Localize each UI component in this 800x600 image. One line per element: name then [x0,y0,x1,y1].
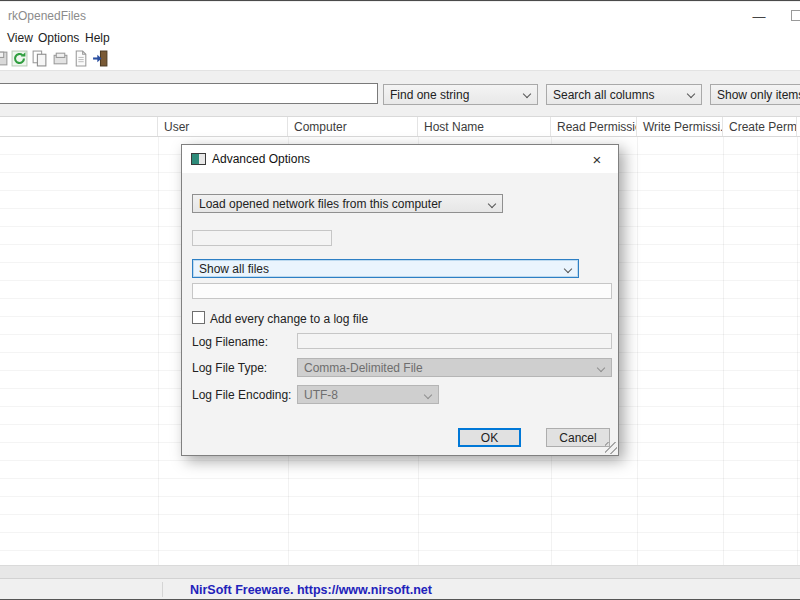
column-divider [637,137,638,565]
column-divider [797,137,798,565]
ok-button[interactable]: OK [458,428,521,447]
computer-name-field[interactable] [192,230,332,246]
copy-icon[interactable] [31,50,48,67]
toolbar [0,47,800,71]
resize-grip[interactable] [605,442,617,454]
menubar: View Options Help [0,29,800,47]
column-header-filename[interactable] [0,117,158,136]
close-icon[interactable]: × [584,148,610,170]
exit-icon[interactable] [92,50,109,67]
show-filter-value: Show all files [199,262,269,276]
log-file-type-label: Log File Type: [192,361,267,375]
chevron-down-icon [488,200,496,208]
minimize-button[interactable]: — [742,4,776,28]
horizontal-scrollbar[interactable] [0,565,800,578]
column-header-hostname[interactable]: Host Name [418,117,551,136]
advanced-options-dialog: Advanced Options × Load opened network f… [181,144,619,456]
dialog-app-icon [191,153,206,165]
save-icon[interactable] [0,50,9,67]
find-mode-combobox[interactable]: Find one string [383,84,538,105]
menu-view[interactable]: View [3,30,37,46]
show-mode-value: Show only items matc [717,88,800,102]
log-filename-label: Log Filename: [192,335,268,349]
log-checkbox[interactable] [192,311,205,324]
load-mode-combobox[interactable]: Load opened network files from this comp… [192,194,503,213]
find-mode-value: Find one string [390,88,469,102]
log-checkbox-label[interactable]: Add every change to a log file [210,312,368,326]
log-encoding-combobox: UTF-8 [297,385,439,404]
report-icon[interactable] [72,50,89,67]
chevron-down-icon [424,391,432,399]
log-encoding-value: UTF-8 [304,388,338,402]
status-bar: NirSoft Freeware. https://www.nirsoft.ne… [0,578,800,600]
maximize-button[interactable] [791,10,800,21]
list-header: User Computer Host Name Read Permission … [0,116,800,137]
column-header-create-permission[interactable]: Create Permiss... [723,117,797,136]
cancel-button[interactable]: Cancel [546,428,610,447]
show-mode-combobox[interactable]: Show only items matc [710,84,800,105]
chevron-down-icon [564,265,572,273]
menu-options[interactable]: Options [34,30,83,46]
chevron-down-icon [687,90,695,98]
column-divider [158,137,159,565]
nirsoft-link[interactable]: NirSoft Freeware. https://www.nirsoft.ne… [190,583,432,597]
log-file-type-value: Comma-Delimited File [304,361,423,375]
log-filename-field[interactable] [297,333,612,349]
dialog-title: Advanced Options [212,152,310,166]
search-scope-combobox[interactable]: Search all columns [546,84,702,105]
column-divider [723,137,724,565]
search-input[interactable] [0,83,378,104]
window-title: rkOpenedFiles [8,9,86,23]
search-scope-value: Search all columns [553,88,654,102]
show-filter-combobox[interactable]: Show all files [192,259,579,278]
networkopenedfiles-window: { "window": { "title": "rkOpenedFiles", … [0,0,800,600]
column-header-user[interactable]: User [158,117,288,136]
titlebar: rkOpenedFiles — [0,2,800,29]
dialog-titlebar: Advanced Options × [182,145,618,173]
log-file-type-combobox: Comma-Delimited File [297,358,612,377]
log-encoding-label: Log File Encoding: [192,388,291,402]
refresh-icon[interactable] [11,50,28,67]
column-header-write-permission[interactable]: Write Permissi... [637,117,723,136]
menu-help[interactable]: Help [81,30,114,46]
filter-text-field[interactable] [192,283,612,299]
status-divider [162,582,163,597]
properties-icon[interactable] [52,50,69,67]
chevron-down-icon [523,90,531,98]
chevron-down-icon [597,364,605,372]
column-header-computer[interactable]: Computer [288,117,418,136]
load-mode-value: Load opened network files from this comp… [199,197,442,211]
column-header-read-permission[interactable]: Read Permission [551,117,637,136]
